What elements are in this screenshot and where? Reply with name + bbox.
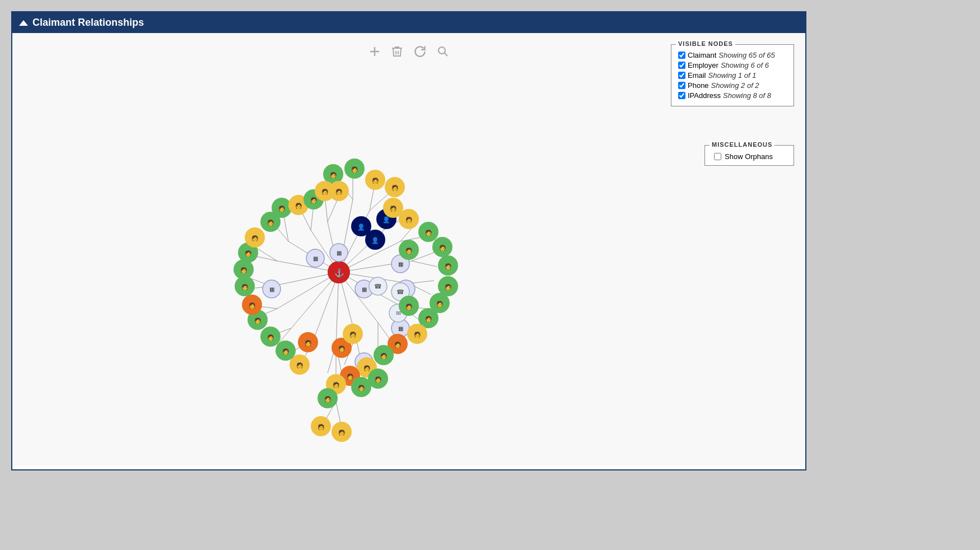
svg-text:🧑: 🧑 bbox=[439, 244, 446, 251]
phone-legend-item: Phone Showing 2 of 2 bbox=[678, 81, 787, 90]
svg-point-2 bbox=[438, 47, 445, 54]
main-content: ⚓ ▦ ▦ ▦ ▦ ▦ ▦ ▦ bbox=[12, 33, 805, 467]
ipaddress-count: Showing 8 of 8 bbox=[723, 91, 771, 100]
refresh-button[interactable] bbox=[413, 44, 427, 59]
svg-text:🧑: 🧑 bbox=[333, 381, 340, 389]
email-count: Showing 1 of 1 bbox=[708, 71, 757, 80]
ipaddress-checkbox[interactable] bbox=[678, 92, 685, 99]
svg-text:🧑: 🧑 bbox=[282, 348, 290, 355]
svg-text:🧑: 🧑 bbox=[405, 247, 413, 254]
phone-label: Phone bbox=[688, 81, 709, 90]
network-graph-area: ⚓ ▦ ▦ ▦ ▦ ▦ ▦ ▦ bbox=[12, 72, 665, 467]
ipaddress-legend-item: IPAddress Showing 8 of 8 bbox=[678, 91, 787, 100]
svg-text:🧑: 🧑 bbox=[394, 341, 402, 348]
svg-text:🧑: 🧑 bbox=[445, 283, 452, 291]
svg-text:🧑: 🧑 bbox=[380, 352, 388, 360]
claimant-count: Showing 65 of 65 bbox=[718, 51, 774, 59]
svg-text:🧑: 🧑 bbox=[330, 171, 337, 179]
svg-text:▦: ▦ bbox=[398, 325, 403, 332]
svg-text:🧑: 🧑 bbox=[405, 303, 413, 310]
svg-text:🧑: 🧑 bbox=[425, 315, 432, 323]
svg-text:🧑: 🧑 bbox=[338, 345, 346, 352]
svg-text:🧑: 🧑 bbox=[349, 331, 357, 338]
svg-text:🧑: 🧑 bbox=[363, 365, 371, 372]
employer-label: Employer bbox=[688, 61, 718, 69]
svg-text:🧑: 🧑 bbox=[347, 373, 354, 380]
claimant-legend-item: Claimant Showing 65 of 65 bbox=[678, 51, 787, 59]
svg-text:🧑: 🧑 bbox=[351, 166, 358, 173]
svg-text:🧑: 🧑 bbox=[414, 331, 421, 338]
employer-checkbox[interactable] bbox=[678, 62, 685, 69]
email-checkbox[interactable] bbox=[678, 72, 685, 79]
svg-text:🧑: 🧑 bbox=[278, 205, 286, 212]
svg-text:🧑: 🧑 bbox=[310, 197, 318, 204]
show-orphans-label[interactable]: Show Orphans bbox=[725, 152, 773, 161]
email-label: Email bbox=[688, 71, 706, 80]
svg-text:🧑: 🧑 bbox=[267, 219, 274, 226]
svg-text:🧑: 🧑 bbox=[241, 283, 249, 291]
toolbar bbox=[368, 44, 450, 59]
svg-text:🧑: 🧑 bbox=[254, 317, 262, 324]
svg-text:🧑: 🧑 bbox=[372, 177, 379, 184]
svg-text:✉: ✉ bbox=[396, 310, 401, 316]
title-bar: Claimant Relationships bbox=[12, 12, 805, 33]
svg-text:▦: ▦ bbox=[313, 255, 318, 262]
svg-text:▦: ▦ bbox=[362, 286, 367, 292]
svg-text:🧑: 🧑 bbox=[318, 423, 325, 431]
employer-legend-item: Employer Showing 6 of 6 bbox=[678, 61, 787, 69]
main-panel: Claimant Relationships bbox=[11, 11, 806, 470]
visible-nodes-panel-title: VISIBLE NODES bbox=[676, 40, 735, 47]
collapse-icon[interactable] bbox=[19, 20, 28, 26]
misc-panel-title: MISCELLANEOUS bbox=[710, 141, 774, 148]
svg-line-3 bbox=[445, 53, 448, 57]
panel-title: Claimant Relationships bbox=[32, 17, 144, 29]
phone-checkbox[interactable] bbox=[678, 82, 685, 89]
employer-count: Showing 6 of 6 bbox=[721, 61, 769, 69]
svg-text:🧑: 🧑 bbox=[295, 202, 302, 209]
show-orphans-row: Show Orphans bbox=[714, 152, 785, 161]
svg-text:👤: 👤 bbox=[371, 236, 379, 244]
svg-text:🧑: 🧑 bbox=[324, 395, 332, 403]
svg-text:🧑: 🧑 bbox=[375, 376, 382, 383]
svg-text:🧑: 🧑 bbox=[249, 302, 256, 309]
svg-text:👤: 👤 bbox=[357, 223, 365, 231]
network-graph[interactable]: ⚓ ▦ ▦ ▦ ▦ ▦ ▦ ▦ bbox=[143, 87, 535, 451]
svg-text:🧑: 🧑 bbox=[321, 188, 329, 195]
svg-text:🧑: 🧑 bbox=[240, 267, 248, 274]
ipaddress-label: IPAddress bbox=[688, 91, 721, 100]
svg-text:🧑: 🧑 bbox=[405, 216, 413, 223]
svg-text:▦: ▦ bbox=[269, 286, 274, 292]
claimant-checkbox[interactable] bbox=[678, 52, 685, 59]
miscellaneous-panel: MISCELLANEOUS Show Orphans bbox=[704, 145, 794, 166]
svg-text:🧑: 🧑 bbox=[425, 229, 432, 236]
claimant-label: Claimant bbox=[688, 51, 716, 59]
svg-line-31 bbox=[412, 261, 437, 267]
svg-text:🧑: 🧑 bbox=[245, 250, 252, 257]
svg-text:🧑: 🧑 bbox=[358, 384, 365, 391]
svg-text:🧑: 🧑 bbox=[338, 429, 346, 436]
svg-text:🧑: 🧑 bbox=[436, 300, 444, 307]
svg-text:🧑: 🧑 bbox=[296, 362, 304, 369]
delete-button[interactable] bbox=[390, 45, 404, 58]
svg-text:🧑: 🧑 bbox=[305, 339, 312, 347]
svg-text:🧑: 🧑 bbox=[251, 235, 259, 242]
svg-text:☎: ☎ bbox=[374, 283, 382, 290]
add-button[interactable] bbox=[368, 45, 381, 58]
svg-text:🧑: 🧑 bbox=[335, 188, 343, 195]
svg-text:☎: ☎ bbox=[396, 288, 404, 295]
svg-text:⚓: ⚓ bbox=[334, 268, 344, 278]
search-button[interactable] bbox=[436, 45, 450, 58]
phone-count: Showing 2 of 2 bbox=[711, 81, 759, 90]
show-orphans-checkbox[interactable] bbox=[714, 153, 721, 160]
svg-text:🧑: 🧑 bbox=[390, 205, 397, 212]
svg-text:▦: ▦ bbox=[337, 250, 342, 256]
svg-text:🧑: 🧑 bbox=[391, 184, 399, 192]
svg-text:▦: ▦ bbox=[398, 261, 403, 267]
svg-text:🧑: 🧑 bbox=[445, 263, 452, 270]
visible-nodes-panel: VISIBLE NODES Claimant Showing 65 of 65 … bbox=[671, 44, 794, 106]
svg-text:🧑: 🧑 bbox=[267, 334, 274, 341]
svg-line-54 bbox=[255, 247, 277, 261]
email-legend-item: Email Showing 1 of 1 bbox=[678, 71, 787, 80]
